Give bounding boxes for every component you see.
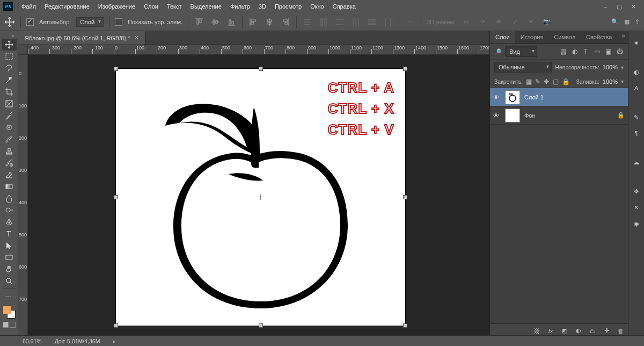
- vertical-ruler[interactable]: 0100200300400500600700: [18, 55, 28, 337]
- distribute-left-icon[interactable]: [350, 17, 361, 27]
- edit-toolbar-icon[interactable]: ⋯: [2, 291, 17, 302]
- history-brush-tool[interactable]: [2, 157, 17, 169]
- layer-row[interactable]: 👁 Слой 1: [490, 88, 628, 106]
- tab-properties[interactable]: Свойства: [581, 31, 617, 44]
- opacity-value[interactable]: 100%: [603, 64, 618, 70]
- distribute-hcenter-icon[interactable]: [367, 17, 377, 27]
- layer-row[interactable]: 👁 Фон 🔒: [490, 106, 628, 125]
- eyedropper-tool[interactable]: [2, 110, 17, 121]
- lock-icon[interactable]: 🔒: [617, 112, 625, 119]
- layer-thumbnail[interactable]: [505, 109, 520, 122]
- menu-window[interactable]: Окно: [306, 1, 328, 12]
- zoom-level[interactable]: 60,61%: [23, 338, 42, 344]
- hand-tool[interactable]: [2, 263, 17, 275]
- lasso-tool[interactable]: [2, 62, 17, 74]
- menu-layers[interactable]: Слои: [140, 1, 163, 12]
- auto-select-checkbox[interactable]: [26, 18, 34, 26]
- info-panel-icon[interactable]: ✕: [631, 202, 642, 213]
- brushes-panel-icon[interactable]: ✎: [631, 112, 642, 122]
- layer-name[interactable]: Фон: [524, 112, 536, 119]
- menu-help[interactable]: Справка: [328, 1, 360, 12]
- align-left-icon[interactable]: [248, 17, 259, 27]
- rectangle-tool[interactable]: [2, 251, 17, 263]
- tab-character[interactable]: Символ: [548, 31, 581, 44]
- filter-toggle-icon[interactable]: ⏻: [616, 48, 624, 56]
- fill-value[interactable]: 100%: [603, 78, 618, 85]
- close-icon[interactable]: ✕: [629, 3, 638, 10]
- menu-image[interactable]: Изображение: [94, 1, 140, 12]
- distribute-right-icon[interactable]: [383, 17, 393, 27]
- align-top-icon[interactable]: [194, 17, 204, 27]
- layer-name[interactable]: Слой 1: [524, 94, 544, 100]
- crop-tool[interactable]: [2, 86, 17, 98]
- 3d-camera-icon[interactable]: 📷: [541, 17, 552, 27]
- styles-panel-icon[interactable]: A: [631, 83, 642, 93]
- visibility-eye-icon[interactable]: 👁: [493, 94, 501, 100]
- tab-history[interactable]: История: [515, 31, 549, 44]
- doc-size-info[interactable]: Док: 5,01M/4,36M: [55, 338, 100, 344]
- lock-pixels-icon[interactable]: ▦: [526, 77, 532, 85]
- libraries-panel-icon[interactable]: ☁: [631, 157, 642, 168]
- move-tool[interactable]: [2, 39, 17, 51]
- dodge-tool[interactable]: [2, 204, 17, 216]
- navigator-panel-icon[interactable]: ◉: [631, 218, 642, 229]
- 3d-slide-icon[interactable]: ⤢: [509, 17, 520, 27]
- lock-position-icon[interactable]: ✥: [544, 77, 549, 85]
- eraser-tool[interactable]: [2, 169, 17, 181]
- tab-layers[interactable]: Слои: [490, 31, 515, 44]
- type-tool[interactable]: T: [2, 228, 17, 240]
- stamp-tool[interactable]: [2, 145, 17, 157]
- link-layers-icon[interactable]: ⛓: [532, 328, 541, 334]
- minimize-icon[interactable]: –: [601, 3, 610, 10]
- horizontal-ruler[interactable]: -400-300-200-100010020030040050060070080…: [28, 45, 489, 55]
- distribute-bottom-icon[interactable]: [334, 17, 345, 27]
- layer-thumbnail[interactable]: [505, 90, 520, 104]
- blend-mode-dropdown[interactable]: Обычные: [494, 62, 552, 73]
- document-tab[interactable]: Яблоко.jpg @ 60,6% (Слой 1, RGB/8) * ✕: [18, 31, 146, 45]
- menu-3d[interactable]: 3D: [254, 1, 270, 12]
- share-icon[interactable]: ⇪: [635, 18, 640, 25]
- gradient-tool[interactable]: [2, 181, 17, 192]
- foreground-swatch[interactable]: [3, 306, 11, 314]
- distribute-vcenter-icon[interactable]: [318, 17, 329, 27]
- magic-wand-tool[interactable]: [2, 74, 17, 86]
- menu-select[interactable]: Выделение: [186, 1, 226, 12]
- marquee-tool[interactable]: [2, 51, 17, 62]
- 3d-roll-icon[interactable]: ⟳: [477, 17, 488, 27]
- lock-paint-icon[interactable]: ✎: [535, 77, 540, 85]
- show-transform-checkbox[interactable]: [115, 18, 122, 26]
- menu-view[interactable]: Просмотр: [270, 1, 306, 12]
- filter-pixel-icon[interactable]: ▧: [559, 48, 567, 56]
- paragraph-panel-icon[interactable]: ¶: [631, 128, 642, 139]
- 3d-orbit-icon[interactable]: ◎: [461, 17, 472, 27]
- brush-tool[interactable]: [2, 133, 17, 145]
- filter-adjust-icon[interactable]: ◐: [570, 48, 579, 56]
- canvas-viewport[interactable]: CTRL + A CTRL + X CTRL + V: [28, 55, 489, 337]
- path-select-tool[interactable]: [2, 240, 17, 251]
- distribute-top-icon[interactable]: [302, 17, 313, 27]
- align-bottom-icon[interactable]: [226, 17, 237, 27]
- 3d-pan-icon[interactable]: ✥: [493, 17, 504, 27]
- align-hcenter-icon[interactable]: [264, 17, 275, 27]
- actions-panel-icon[interactable]: ✥: [631, 186, 642, 197]
- fill-chevron-icon[interactable]: ▾: [621, 78, 624, 84]
- menu-edit[interactable]: Редактирование: [40, 1, 94, 12]
- opacity-chevron-icon[interactable]: ▾: [621, 64, 624, 70]
- filter-shape-icon[interactable]: ▭: [593, 48, 601, 56]
- color-panel-icon[interactable]: ✷: [631, 38, 642, 48]
- filter-type-icon[interactable]: T: [582, 48, 590, 56]
- pen-tool[interactable]: [2, 216, 17, 228]
- maximize-icon[interactable]: ▢: [615, 3, 624, 10]
- filter-smart-icon[interactable]: ▣: [604, 48, 612, 56]
- delete-layer-icon[interactable]: 🗑: [616, 328, 625, 334]
- layer-filter-dropdown[interactable]: Вид: [505, 46, 537, 57]
- menu-text[interactable]: Текст: [163, 1, 186, 12]
- new-layer-icon[interactable]: ✚: [602, 327, 611, 334]
- ruler-origin[interactable]: [18, 45, 28, 55]
- adjustment-layer-icon[interactable]: ◐: [574, 327, 583, 334]
- visibility-eye-icon[interactable]: 👁: [493, 112, 501, 119]
- layer-group-icon[interactable]: 🗀: [588, 328, 597, 334]
- status-menu-chevron-icon[interactable]: ▸: [113, 338, 116, 344]
- frame-tool[interactable]: [2, 98, 17, 110]
- arrange-docs-icon[interactable]: ▦: [624, 18, 630, 25]
